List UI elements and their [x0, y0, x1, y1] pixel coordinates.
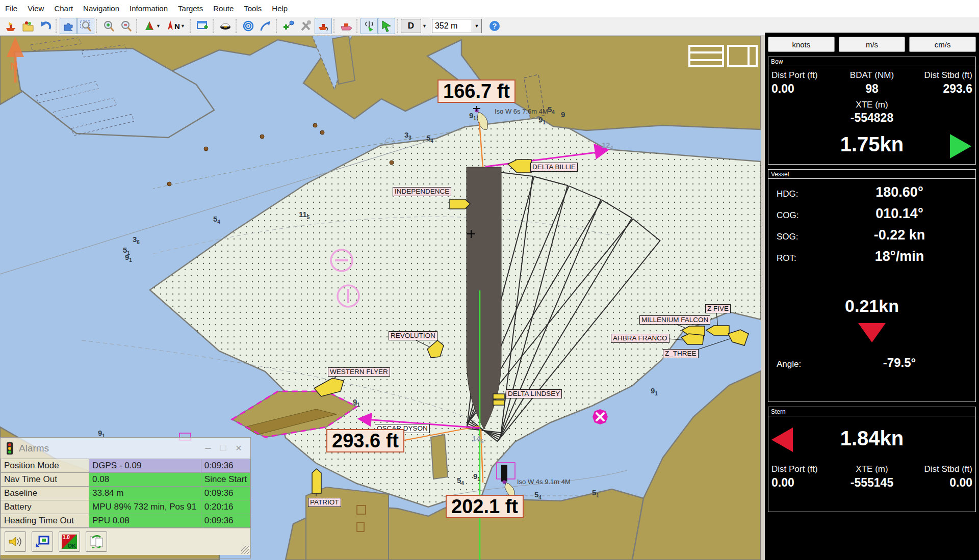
stern-direction-arrow-icon — [771, 428, 793, 452]
chevron-down-icon[interactable]: ▼ — [422, 23, 427, 29]
open-voyage-icon[interactable] — [2, 18, 19, 34]
zoom-in-icon[interactable] — [100, 18, 117, 34]
menu-help[interactable]: Help — [267, 1, 293, 16]
distance-label-0: 166.7 ft — [437, 79, 516, 103]
target-label-delta-billie[interactable]: DELTA BILLIE — [530, 163, 578, 172]
stern-group-title: Stern — [768, 407, 975, 416]
add-waypoint-icon[interactable] — [280, 18, 297, 34]
stern-xte-value: -555145 — [838, 474, 905, 490]
menu-targets[interactable]: Targets — [173, 1, 208, 16]
bow-direction-arrow-icon — [950, 134, 971, 158]
target-rings-icon[interactable] — [240, 18, 257, 34]
menu-information[interactable]: Information — [124, 1, 173, 16]
alarms-table: Position ModeDGPS - 0.090:09:36Nav Time … — [1, 459, 250, 528]
cog-label: COG: — [777, 210, 823, 221]
target-label-independence[interactable]: INDEPENDENCE — [393, 187, 451, 196]
chevron-down-icon: ▼ — [181, 23, 185, 29]
maximize-button[interactable]: ☐ — [216, 443, 231, 453]
sounding: 54 — [426, 134, 433, 144]
alarm-row: Nav Time Out0.08Since Start — [1, 473, 250, 487]
bow-speed-value: 1.75kn — [768, 129, 975, 159]
zoom-window-icon[interactable] — [77, 18, 94, 34]
help-icon[interactable]: ? — [486, 18, 503, 34]
undo-icon[interactable] — [37, 18, 54, 34]
range-combobox[interactable]: 352 m ▼ — [432, 19, 482, 33]
stern-dist-port-value: 0.00 — [771, 474, 838, 490]
gps-antenna-icon[interactable] — [360, 18, 378, 34]
nav-data-panel: knots m/s cm/s Bow Dist Port (ft) BDAT (… — [765, 33, 979, 560]
bearing-line-icon[interactable] — [257, 18, 274, 34]
resize-grip[interactable] — [241, 546, 249, 554]
tab-knots[interactable]: knots — [768, 37, 835, 52]
bow-dist-port-label: Dist Port (ft) — [771, 66, 838, 81]
stern-dist-stbd-value: 0.00 — [906, 474, 972, 490]
pilot-icon[interactable] — [217, 18, 234, 34]
tab-ms[interactable]: m/s — [839, 37, 906, 52]
light-label-1: Iso W 4s 9.1m 4M — [517, 478, 571, 486]
sounding: 54 — [548, 105, 555, 115]
import-targets-icon[interactable] — [19, 18, 37, 34]
bow-dist-stbd-value: 293.6 — [906, 81, 972, 96]
alarms-footer: 1.0OK — [1, 528, 250, 555]
target-label-millenium-falcon[interactable]: MILLENIUM FALCON — [639, 315, 710, 325]
docking-ship-icon[interactable] — [338, 18, 355, 34]
vessel-group-title: Vessel — [768, 170, 975, 179]
alarm-row: Baseline33.84 m0:09:36 — [1, 487, 250, 500]
chevron-down-icon[interactable]: ▼ — [472, 20, 481, 32]
chart-manager-icon[interactable]: ▼ — [140, 18, 164, 34]
zoom-out-icon[interactable] — [117, 18, 135, 34]
sounding: 36 — [133, 235, 140, 245]
display-mode-button[interactable]: D — [401, 19, 421, 33]
target-label-ahbra-franco[interactable]: AHBRA FRANCO — [611, 334, 669, 343]
sounding: 91 — [538, 115, 546, 125]
cog-value: 010.14° — [823, 206, 975, 222]
bow-xte-label: XTE (m) — [768, 96, 975, 110]
alarm-row: Position ModeDGPS - 0.090:09:36 — [1, 459, 250, 473]
sounding: 146 — [472, 434, 483, 444]
alarms-window: Alarms ─ ☐ ✕ Position ModeDGPS - 0.090:0… — [0, 437, 251, 558]
bow-bdat-label: BDAT (NM) — [838, 66, 905, 81]
sounding: 124 — [602, 141, 613, 151]
target-label-patriot[interactable]: PATRIOT — [308, 498, 341, 507]
menu-tools[interactable]: Tools — [239, 1, 267, 16]
sounding: 54 — [457, 476, 464, 486]
menu-view[interactable]: View — [22, 1, 49, 16]
minimize-button[interactable]: ─ — [200, 444, 216, 453]
minimize-to-tray-icon[interactable] — [32, 531, 53, 552]
sounding: 91 — [651, 386, 658, 396]
sounding: 115 — [299, 210, 310, 220]
angle-value: -79.5° — [823, 356, 975, 370]
mute-alarm-icon[interactable] — [5, 531, 26, 552]
menu-route[interactable]: Route — [208, 1, 239, 16]
sog-value: -0.22 kn — [823, 227, 975, 243]
svg-text:?: ? — [493, 22, 497, 30]
stern-speed-value: 1.84kn — [768, 416, 975, 460]
light-label-0: Iso W 6s 7.6m 4M — [495, 108, 548, 115]
target-label-z-three[interactable]: Z_THREE — [663, 349, 699, 358]
volume-ok-icon[interactable]: 1.0OK — [59, 531, 80, 552]
cursor-track-icon[interactable] — [378, 18, 395, 34]
tug-icon[interactable] — [315, 18, 332, 34]
bow-group-title: Bow — [768, 57, 975, 66]
target-label-revolution[interactable]: REVOLUTION — [389, 331, 437, 340]
north-letter: N — [10, 60, 18, 72]
reset-alarms-icon[interactable] — [86, 531, 107, 552]
rot-value: 18°/min — [823, 249, 975, 264]
tools-gray-icon[interactable] — [297, 18, 315, 34]
target-label-z-five[interactable]: Z FIVE — [705, 304, 731, 313]
menu-navigation[interactable]: Navigation — [78, 1, 124, 16]
target-label-delta-lindsey[interactable]: DELTA LINDSEY — [506, 389, 562, 398]
sounding: 91 — [125, 253, 132, 263]
stern-group: Stern 1.84kn Dist Port (ft) XTE (m) Dist… — [768, 407, 976, 512]
menu-chart[interactable]: Chart — [49, 1, 78, 16]
target-label-western-flyer[interactable]: WESTERN FLYER — [328, 367, 390, 377]
alarms-titlebar[interactable]: Alarms ─ ☐ ✕ — [1, 438, 250, 459]
north-up-icon[interactable]: N▼ — [164, 18, 188, 34]
pan-mode-icon[interactable] — [60, 18, 77, 34]
tab-cms[interactable]: cm/s — [909, 37, 976, 52]
close-button[interactable]: ✕ — [231, 443, 246, 453]
menu-file[interactable]: File — [0, 1, 22, 16]
new-window-icon[interactable] — [194, 18, 211, 34]
alarm-row: BatteryMPU 89% 732 min, Pos 910:20:16 — [1, 500, 250, 514]
sounding: 54 — [534, 490, 542, 500]
